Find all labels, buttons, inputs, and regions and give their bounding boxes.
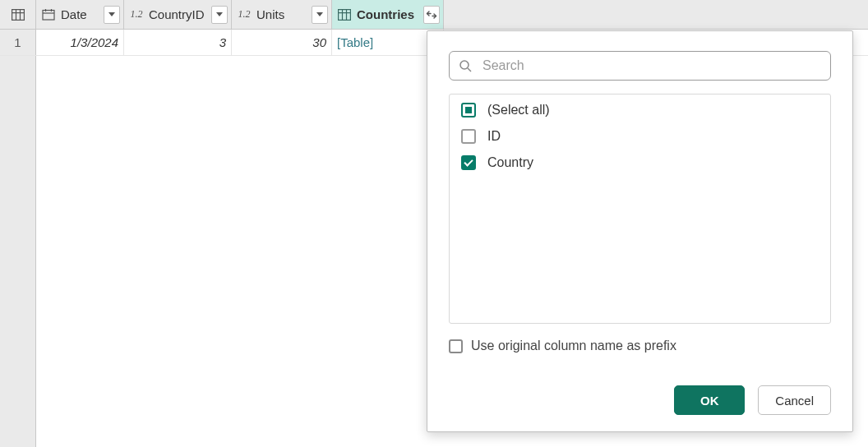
svg-rect-0 (12, 9, 24, 20)
checkbox-unchecked-icon (449, 339, 463, 353)
search-input[interactable] (449, 51, 831, 81)
checklist-label: (Select all) (487, 103, 550, 118)
checklist-item-id[interactable]: ID (461, 129, 819, 144)
column-header-countries[interactable]: Countries (332, 0, 444, 29)
cell-countryid[interactable]: 3 (124, 30, 232, 55)
row-index-cell[interactable]: 1 (0, 30, 36, 55)
search-field-wrap (449, 51, 831, 81)
use-prefix-label: Use original column name as prefix (471, 339, 676, 353)
checklist-label: ID (487, 129, 501, 144)
chevron-down-icon (316, 12, 323, 16)
expand-icon (426, 10, 437, 20)
table-icon (335, 7, 353, 22)
checkbox-indeterminate-icon (461, 103, 476, 118)
checklist-label: Country (487, 155, 533, 170)
svg-rect-8 (339, 9, 351, 20)
column-label: Countries (357, 7, 420, 21)
ok-button[interactable]: OK (674, 385, 745, 415)
checkbox-unchecked-icon (461, 129, 476, 144)
cancel-button[interactable]: Cancel (758, 385, 831, 415)
column-header-date[interactable]: Date (36, 0, 124, 29)
cell-units[interactable]: 30 (232, 30, 332, 55)
grid-corner-cell[interactable] (0, 0, 36, 29)
column-header-row: Date 1.2 CountryID 1.2 Units Countries (0, 0, 868, 30)
expand-column-button[interactable] (423, 6, 440, 24)
column-label: Units (256, 7, 308, 21)
column-label: Date (61, 7, 100, 21)
chevron-down-icon (108, 12, 115, 16)
column-checklist: (Select all) ID Country (449, 94, 831, 324)
column-filter-button[interactable] (104, 6, 120, 24)
search-icon (459, 59, 472, 72)
column-header-countryid[interactable]: 1.2 CountryID (124, 0, 232, 29)
use-prefix-checkbox-row[interactable]: Use original column name as prefix (449, 339, 831, 353)
header-spacer (444, 0, 868, 29)
checkbox-checked-icon (461, 155, 476, 170)
checklist-item-select-all[interactable]: (Select all) (461, 103, 819, 118)
svg-rect-4 (43, 10, 54, 20)
calendar-icon (39, 7, 58, 22)
svg-point-14 (460, 61, 469, 69)
number-type-icon: 1.2 (127, 7, 145, 22)
column-filter-button[interactable] (312, 6, 328, 24)
chevron-down-icon (216, 12, 223, 16)
expand-column-popover: (Select all) ID Country Use original col… (427, 30, 853, 432)
cell-date[interactable]: 1/3/2024 (36, 30, 124, 55)
column-header-units[interactable]: 1.2 Units (232, 0, 332, 29)
number-type-icon: 1.2 (235, 7, 253, 22)
svg-line-15 (468, 68, 471, 71)
popover-button-row: OK Cancel (449, 367, 831, 415)
column-label: CountryID (149, 7, 208, 21)
column-filter-button[interactable] (211, 6, 228, 24)
table-icon (9, 7, 27, 22)
row-index-gutter (0, 56, 36, 447)
checklist-item-country[interactable]: Country (461, 155, 819, 170)
